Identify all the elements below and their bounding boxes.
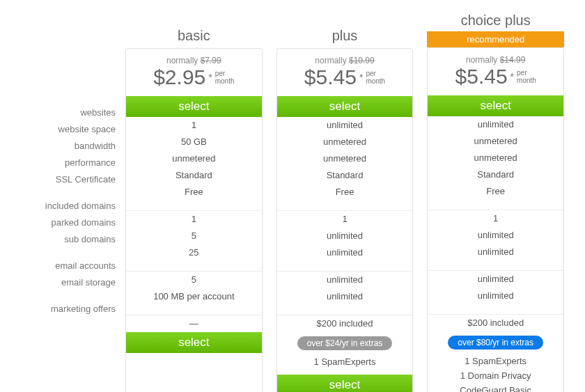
normally-word: normally [166,56,198,65]
feature-value: unmetered [281,150,409,167]
price-amount: $5.45 [455,65,508,88]
feature-value: unmetered [130,150,258,167]
select-button-top[interactable]: select [126,96,262,117]
select-button-bottom[interactable]: select [277,375,413,392]
per-top: per [215,70,225,77]
feature-value: Free [432,183,559,200]
price-value: 5.45 [316,65,357,88]
features-list: unlimited unmetered unmetered Standard F… [428,116,563,331]
plan-title: choice plus [427,7,564,30]
plan-card-choice-plus: normally $14.99 $5.45 * permonth select … [427,47,564,392]
plan-header-area: basic [125,7,263,48]
plan-title: plus [276,22,414,47]
plan-header-area: plus [276,7,414,48]
per-top: per [517,69,526,77]
select-button-top[interactable]: select [428,95,563,116]
feature-value: Free [130,184,258,201]
features-list: 1 50 GB unmetered Standard Free 1 5 25 [126,117,262,332]
features-list: unlimited unmetered unmetered Standard F… [277,117,413,332]
feature-value: unmetered [281,134,409,150]
feature-value: unlimited [281,228,409,244]
feature-value: 1 [432,210,559,227]
price-amount: $5.45 [304,65,357,89]
extras-pill: over $80/yr in extras [448,336,543,350]
price-block: normally $14.99 $5.45 * permonth [428,48,563,95]
normal-price-value: $10.99 [349,56,375,65]
normal-price-value: $14.99 [500,55,526,65]
asterisk-icon: * [208,72,212,83]
plan-column-plus: plus normally $10.99 $5.45 * permonth se… [276,7,414,392]
label-group-4: marketing offers [0,301,116,317]
feature-labels-column: websites website space bandwidth perform… [0,7,125,327]
price-value: 5.45 [467,65,507,88]
feature-label: marketing offers [0,301,116,317]
feature-value: Free [281,184,409,201]
feature-label: website space [0,121,116,138]
pricing-table: websites website space bandwidth perform… [0,7,585,392]
select-button-bottom[interactable]: select [126,332,262,353]
feature-value: unlimited [281,244,409,261]
feature-value: 100 MB per account [130,288,258,305]
price-value: 2.95 [165,65,205,88]
extras-block: over $24/yr in extras 1 SpamExperts [277,332,413,375]
normally-word: normally [466,55,497,65]
asterisk-icon: * [510,71,514,82]
plan-header-area: choice plus recommended [427,7,564,47]
feature-label: parked domains [0,214,116,231]
select-button-top[interactable]: select [277,96,413,117]
feature-value: $200 included [281,315,409,332]
label-group-3: email accounts email storage [0,258,116,291]
price-amount: $2.95 [153,65,205,89]
feature-label: SSL Certificate [0,171,116,188]
feature-value: $200 included [432,315,559,331]
extras-line: 1 Domain Privacy [432,368,559,383]
label-group-2: included domains parked domains sub doma… [0,198,116,248]
feature-value: Standard [130,167,258,184]
feature-value: unlimited [432,227,559,244]
feature-label: websites [0,104,116,121]
feature-label: sub domains [0,231,116,248]
feature-value: Standard [432,166,559,183]
feature-value: unlimited [432,288,559,304]
per-bottom: month [517,77,536,84]
per-bottom: month [215,77,235,85]
currency: $ [304,65,316,88]
extras-block: over $80/yr in extras 1 SpamExperts 1 Do… [428,331,563,392]
normal-price-value: $7.99 [201,56,221,65]
feature-value: — [130,315,258,332]
plan-title: basic [125,22,263,47]
plan-card-basic: normally $7.99 $2.95 * permonth select 1… [125,48,263,392]
feature-value: unlimited [281,117,409,134]
feature-value: unmetered [432,133,559,150]
feature-value: 1 [281,211,409,228]
plan-card-plus: normally $10.99 $5.45 * permonth select … [276,48,414,392]
feature-label: included domains [0,198,116,214]
feature-label: bandwidth [0,138,116,155]
normally-word: normally [315,56,346,65]
recommended-badge: recommended [427,31,564,47]
feature-value: 25 [130,244,258,261]
per-top: per [366,70,375,77]
feature-value: 1 [130,117,258,134]
extras-line: CodeGuard Basic [432,383,559,392]
plans-row: basic normally $7.99 $2.95 * permonth se… [125,7,585,392]
feature-value: 5 [130,272,258,288]
feature-value: unmetered [432,150,559,166]
currency: $ [153,65,165,88]
normal-price: normally $7.99 [129,56,259,65]
price-block: normally $10.99 $5.45 * permonth [277,49,413,96]
extras-line: 1 SpamExperts [281,354,409,369]
feature-value: unlimited [432,271,559,288]
per-month: permonth [517,69,536,84]
per-month: permonth [215,70,235,85]
feature-value: unlimited [281,272,409,288]
feature-label: performance [0,155,116,171]
currency: $ [455,65,467,88]
asterisk-icon: * [359,72,363,83]
extras-pill: over $24/yr in extras [297,336,393,350]
price-line: $5.45 * permonth [280,65,410,89]
feature-value: 5 [130,228,258,244]
plan-column-choice-plus: choice plus recommended normally $14.99 … [427,7,564,392]
feature-value: unlimited [281,288,409,305]
per-month: permonth [366,70,385,85]
